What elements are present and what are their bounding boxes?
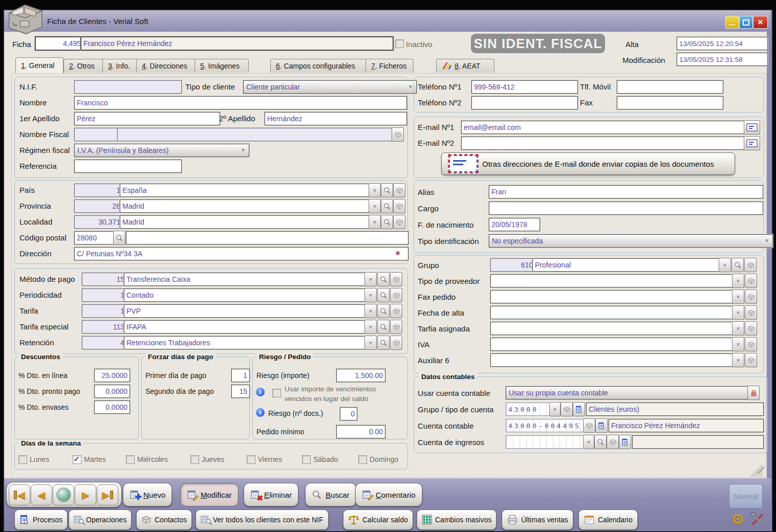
dto-pronto-field[interactable]: 0.0000 <box>94 385 130 398</box>
localidad-search-button[interactable] <box>381 215 393 229</box>
fnacimiento-field[interactable]: 20/05/1978 <box>489 218 540 231</box>
referencia-field[interactable] <box>74 160 182 173</box>
retencion-detail-button[interactable] <box>390 336 402 350</box>
tarifa-field[interactable]: PVP <box>124 304 368 318</box>
periodicidad-code-field[interactable]: 1 <box>82 289 127 302</box>
retencion-code-field[interactable]: 4 <box>82 336 127 349</box>
telefono1-field[interactable]: 999-568-412 <box>471 80 578 94</box>
email2-send-button[interactable] <box>744 136 760 150</box>
tarifa-code-field[interactable]: 1 <box>82 304 127 318</box>
cuenta-ingresos-dropdown-button[interactable]: ▼ <box>583 435 594 449</box>
telefono2-field[interactable] <box>471 96 578 109</box>
tipo-proveedor-dropdown-button[interactable]: ▼ <box>732 274 744 288</box>
ficha-number-field[interactable]: 4,495 <box>35 36 84 51</box>
grupo-tipo-cuenta-digits[interactable]: 43000 <box>506 403 551 416</box>
metodo-pago-detail-button[interactable] <box>390 272 402 286</box>
metodo-pago-field[interactable]: Transferencia Caixa <box>124 273 368 286</box>
viernes-checkbox[interactable]: ✓ <box>247 455 255 464</box>
info-icon[interactable]: i <box>256 388 265 396</box>
grupo-search-button[interactable] <box>731 258 744 272</box>
movil-field[interactable] <box>617 80 723 94</box>
riesgo-ndocs-field[interactable]: 0 <box>340 407 357 420</box>
auxiliar6-dropdown-button[interactable]: ▼ <box>732 353 744 367</box>
tarfia-asignada-dropdown-button[interactable]: ▼ <box>732 321 744 336</box>
auxiliar6-detail-button[interactable] <box>745 353 757 367</box>
periodicidad-detail-button[interactable] <box>390 288 402 302</box>
pais-field[interactable]: España <box>120 184 372 197</box>
tarifa-dropdown-button[interactable]: ▼ <box>364 304 377 318</box>
modificar-button[interactable]: Modificar <box>180 483 239 506</box>
apellido2-field[interactable]: Hernández <box>265 112 407 125</box>
cuenta-lock-button[interactable] <box>747 386 760 400</box>
info-icon[interactable]: i <box>256 408 265 417</box>
next-record-button[interactable]: ▶ <box>75 484 96 505</box>
codigo-postal-extra-field[interactable] <box>126 231 408 245</box>
inactivo-checkbox[interactable]: ✓ <box>395 39 404 48</box>
grupo-tipo-cuenta-dropdown-button[interactable]: ▼ <box>549 402 561 416</box>
primer-dia-field[interactable]: 1 <box>231 369 250 382</box>
close-button[interactable]: ✕ <box>753 16 768 29</box>
metodo-pago-search-button[interactable] <box>377 272 390 286</box>
retencion-search-button[interactable] <box>377 336 390 350</box>
localidad-dropdown-button[interactable]: ▼ <box>369 215 381 229</box>
tarifa-especial-detail-button[interactable] <box>390 320 402 334</box>
cuenta-contable-detail-button[interactable] <box>583 418 595 433</box>
tarifa-especial-code-field[interactable]: 113 <box>82 320 127 334</box>
dto-linea-field[interactable]: 25.0000 <box>94 369 130 382</box>
iva-detail-button[interactable] <box>745 337 757 351</box>
ver-clientes-nif-button[interactable]: Ver todos los clientes con este NIF <box>196 509 329 530</box>
red-star-icon[interactable]: ✶ <box>394 249 401 258</box>
provincia-field[interactable]: Madrid <box>120 199 372 213</box>
tarifa-especial-field[interactable]: IFAPA <box>124 320 368 334</box>
cuenta-contable-digits[interactable]: 43000-004495 <box>506 419 585 432</box>
nif-field[interactable] <box>74 80 182 94</box>
martes-checkbox[interactable]: ✓ <box>73 455 81 464</box>
tab-ficheros[interactable]: 7. Ficheros <box>365 59 414 73</box>
tools-icon[interactable] <box>750 512 765 526</box>
buscar-button[interactable]: Buscar <box>305 483 356 506</box>
calendario-button[interactable]: Calendario <box>578 509 638 530</box>
tarfia-asignada-field[interactable] <box>490 322 735 335</box>
minimize-button[interactable]: — <box>725 16 739 29</box>
pais-dropdown-button[interactable]: ▼ <box>369 183 381 197</box>
provincia-dropdown-button[interactable]: ▼ <box>369 199 381 213</box>
nombre-fiscal-code-field[interactable] <box>74 128 120 141</box>
nombre-fiscal-detail-button[interactable] <box>392 127 404 142</box>
cuenta-ingresos-list-button[interactable] <box>619 435 631 449</box>
metodo-pago-dropdown-button[interactable]: ▼ <box>364 272 377 286</box>
apellido1-field[interactable]: Pérez <box>74 112 220 125</box>
alias-field[interactable]: Fran <box>489 185 763 198</box>
localidad-field[interactable]: Madrid <box>120 215 372 229</box>
email1-field[interactable]: email@email.com <box>461 121 747 134</box>
grupo-detail-button[interactable] <box>744 258 757 272</box>
metodo-pago-code-field[interactable]: 15 <box>82 273 127 286</box>
dto-envases-field[interactable]: 0.0000 <box>94 401 130 414</box>
pais-code-field[interactable]: 1 <box>74 184 123 197</box>
cuenta-ingresos-detail-button[interactable] <box>607 435 619 449</box>
iva-dropdown-button[interactable]: ▼ <box>732 337 744 351</box>
codigo-postal-field[interactable]: 28080 <box>74 231 116 245</box>
miercoles-checkbox[interactable]: ✓ <box>126 455 135 464</box>
calcular-saldo-button[interactable]: Calcular saldo <box>343 509 413 530</box>
fecha-alta-detail-button[interactable] <box>745 305 757 320</box>
fax-field[interactable] <box>617 96 723 109</box>
email2-field[interactable] <box>461 137 747 150</box>
fax-pedido-field[interactable] <box>490 290 735 303</box>
tarifa-search-button[interactable] <box>377 304 390 318</box>
grupo-field[interactable]: Profesional <box>532 258 723 272</box>
tarifa-especial-dropdown-button[interactable]: ▼ <box>364 320 377 334</box>
nombre-field[interactable]: Francisco <box>74 96 407 109</box>
procesos-button[interactable]: Procesos <box>14 509 68 530</box>
auxiliar6-field[interactable] <box>490 353 735 367</box>
iva-field[interactable] <box>490 338 735 351</box>
tab-campos-configurables[interactable]: 6. Campos configurables <box>270 59 367 73</box>
fecha-alta-dropdown-button[interactable]: ▼ <box>732 305 744 320</box>
tab-info[interactable]: 3. Info. <box>102 59 137 73</box>
ultimas-ventas-button[interactable]: Últimas ventas <box>502 509 573 530</box>
usar-importe-checkbox[interactable]: ✓ <box>272 389 281 397</box>
comentario-button[interactable]: Comentario <box>355 483 422 506</box>
codigo-postal-search-button[interactable] <box>113 231 125 245</box>
provincia-search-button[interactable] <box>381 199 393 213</box>
grupo-code-field[interactable]: 610 <box>490 258 535 272</box>
globe-button[interactable] <box>53 484 74 505</box>
